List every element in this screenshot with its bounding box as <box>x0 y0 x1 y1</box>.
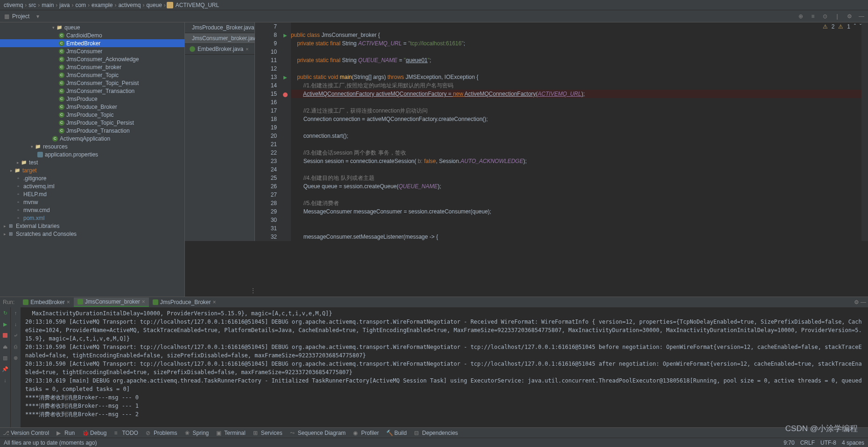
line-number[interactable]: 27 <box>259 191 277 199</box>
breadcrumb-item[interactable]: ACTIVEMQ_URL <box>175 2 220 8</box>
error-stripe[interactable] <box>861 22 868 241</box>
line-number[interactable]: 24 <box>259 165 277 174</box>
select-opened-icon[interactable]: ⊙ <box>821 13 829 20</box>
line-number[interactable]: 32 <box>259 233 277 241</box>
tree-row[interactable]: ▸📁test <box>0 158 184 166</box>
breadcrumb-item[interactable]: main <box>41 2 55 8</box>
tree-row[interactable]: ▫.gitignore <box>0 174 184 182</box>
gear-icon[interactable]: ⚙ <box>846 13 853 20</box>
hide-icon[interactable]: — <box>858 13 865 20</box>
up-icon[interactable]: ↑ <box>12 309 20 317</box>
code-line[interactable]: Queue queue = session.createQueue(QUEUE_… <box>291 182 868 191</box>
code-line[interactable]: //5.创建消费者 <box>291 199 868 207</box>
arrow-icon[interactable]: ▾ <box>29 144 35 149</box>
breadcrumb-item[interactable]: example <box>91 2 113 8</box>
line-number[interactable]: 13 <box>259 73 277 81</box>
tree-row[interactable]: ▸⊞Scratches and Consoles <box>0 230 184 238</box>
close-icon[interactable]: × <box>246 46 248 52</box>
line-number[interactable]: 9 <box>259 39 277 48</box>
tree-row[interactable]: ▾📁resources <box>0 142 184 150</box>
code-line[interactable]: //4.创建目的地 队列或者主题 <box>291 174 868 182</box>
more-icon[interactable]: ⋮ <box>250 287 256 294</box>
tree-row[interactable]: JmsConsumer_Transaction <box>0 87 184 95</box>
code-line[interactable] <box>291 140 868 149</box>
tree-row[interactable]: JmsConsumer_Topic <box>0 71 184 79</box>
tree-row[interactable]: JmsProduce_Transaction <box>0 127 184 135</box>
tool-window-button[interactable]: ▣Terminal <box>216 430 245 436</box>
tree-row[interactable]: ▸📁target <box>0 166 184 174</box>
tree-row[interactable]: EmbedBroker <box>0 39 184 47</box>
run-config-tab[interactable]: JmsConsumer_broker× <box>74 298 149 307</box>
breadcrumb-item[interactable]: ctivemq <box>3 2 24 8</box>
line-number[interactable]: 21 <box>259 140 277 149</box>
code-line[interactable]: messageConsumer.setMessageListener(messa… <box>291 233 868 241</box>
arrow-icon[interactable]: ▸ <box>2 232 7 236</box>
tool-window-button[interactable]: 🐞Debug <box>82 430 106 436</box>
down2-icon[interactable]: ↓ <box>12 320 20 328</box>
rerun-icon[interactable]: ↻ <box>1 309 9 317</box>
line-number[interactable]: 25 <box>259 174 277 182</box>
tree-row[interactable]: JmsProduce <box>0 95 184 103</box>
code-line[interactable]: public class JmsConsumer_broker { <box>291 31 868 39</box>
tree-row[interactable]: ▫pom.xml <box>0 214 184 222</box>
tree-row[interactable]: ▫HELP.md <box>0 190 184 198</box>
tree-row[interactable]: JmsConsumer_Acknowledge <box>0 55 184 63</box>
stop-icon[interactable] <box>1 332 9 339</box>
project-tool-icon[interactable]: ▦ <box>3 13 10 20</box>
code-line[interactable]: connection.start(); <box>291 132 868 140</box>
editor-tab[interactable]: JmsProduce_Broker.java× <box>185 22 254 33</box>
arrow-icon[interactable]: ▾ <box>50 25 56 30</box>
line-number[interactable]: 14 <box>259 81 277 90</box>
tree-row[interactable]: JmsProduce_Topic <box>0 111 184 119</box>
code-line[interactable]: //2.通过连接工厂，获得连接connection并启动访问 <box>291 106 868 115</box>
expand-icon[interactable]: ⊕ <box>797 13 804 20</box>
inspection-widget[interactable]: ⚠2 ⚠1 ˆ ˇ <box>823 23 861 30</box>
chevron-up-icon[interactable]: ˆ <box>854 23 856 30</box>
run-config-tab[interactable]: EmbedBroker× <box>19 298 73 307</box>
code-line[interactable]: private static final String QUEUE_NAME =… <box>291 56 868 64</box>
tree-row[interactable]: ▸⊞External Libraries <box>0 222 184 230</box>
code-line[interactable] <box>291 224 868 233</box>
tree-row[interactable]: ▫mvnw <box>0 198 184 206</box>
code-line[interactable] <box>291 64 868 73</box>
arrow-icon[interactable]: ▸ <box>2 224 7 228</box>
tool-window-button[interactable]: ⊞Services <box>253 430 282 436</box>
tool-window-button[interactable]: ⤳Sequence Diagram <box>290 430 346 436</box>
arrow-icon[interactable]: ▸ <box>8 168 14 173</box>
tool-window-button[interactable]: ▶Run <box>56 430 75 436</box>
line-number[interactable]: 16 <box>259 98 277 106</box>
line-number[interactable]: 23 <box>259 157 277 165</box>
tree-row[interactable]: ActivemqApplication <box>0 135 184 142</box>
tool-window-button[interactable]: ❀Spring <box>185 430 209 436</box>
code-line[interactable] <box>291 98 868 106</box>
code-line[interactable] <box>291 191 868 199</box>
tool-window-button[interactable]: ⊘Problems <box>146 430 177 436</box>
code-line[interactable] <box>291 165 868 174</box>
line-number[interactable]: 8 <box>259 31 277 39</box>
code-line[interactable]: ActiveMQConnectionFactory activeMQConnec… <box>291 90 868 98</box>
tree-row[interactable]: CardioidDemo <box>0 31 184 39</box>
print-icon[interactable]: ⎙ <box>12 343 20 350</box>
line-number[interactable]: 15 <box>259 90 277 98</box>
line-number[interactable]: 20 <box>259 132 277 140</box>
code-line[interactable] <box>291 22 868 31</box>
code-line[interactable] <box>291 216 868 224</box>
dropdown-icon[interactable]: ▾ <box>34 13 42 20</box>
line-number[interactable]: 30 <box>259 216 277 224</box>
gear-icon[interactable]: ⚙ — <box>854 299 866 305</box>
chevron-down-icon[interactable]: ˇ <box>860 23 861 30</box>
status-item[interactable]: 4 spaces <box>842 440 864 446</box>
code-line[interactable]: public static void main(String[] args) t… <box>291 73 868 81</box>
tree-row[interactable]: application.properties <box>0 150 184 158</box>
code-line[interactable]: //3.创建会话session 两个参数 事务，签收 <box>291 149 868 157</box>
line-number[interactable]: 12 <box>259 64 277 73</box>
project-tree[interactable]: ▾📁queueCardioidDemoEmbedBrokerJmsConsume… <box>0 22 185 297</box>
line-number[interactable]: 18 <box>259 115 277 123</box>
editor-tab[interactable]: EmbedBroker.java× <box>185 44 254 55</box>
pin-icon[interactable]: 📌 <box>1 365 9 373</box>
line-number[interactable]: 28 <box>259 199 277 207</box>
line-number[interactable]: 31 <box>259 224 277 233</box>
line-number[interactable]: 10 <box>259 48 277 56</box>
line-number[interactable]: 17 <box>259 106 277 115</box>
tree-row[interactable]: JmsConsumer <box>0 47 184 55</box>
